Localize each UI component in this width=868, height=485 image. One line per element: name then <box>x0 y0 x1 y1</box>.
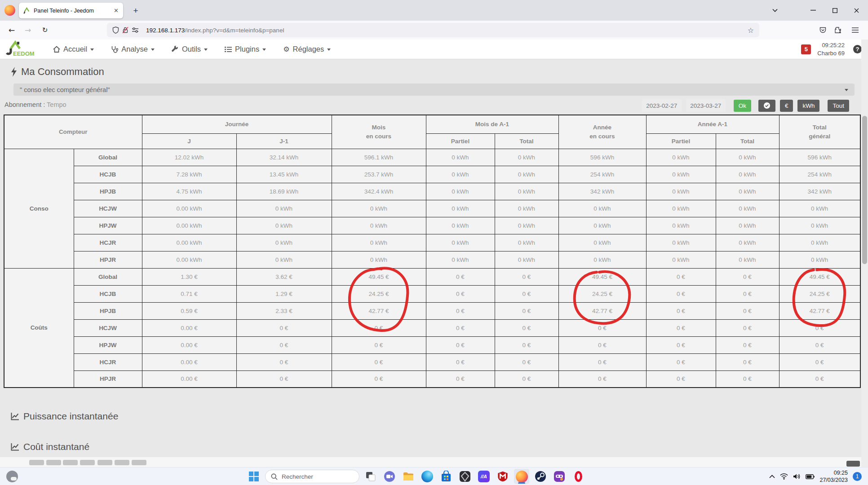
minimize-button[interactable] <box>803 0 823 21</box>
menu-outils[interactable]: Outils <box>172 45 208 53</box>
table-cell-value: 0 kWh <box>646 251 716 268</box>
date-from-input[interactable] <box>642 99 682 112</box>
menu-hamburger-icon[interactable] <box>848 24 862 36</box>
steam-icon[interactable] <box>533 469 548 484</box>
list-tabs-icon[interactable] <box>765 0 785 21</box>
header-mois-en-cours: Mois en cours <box>332 115 426 149</box>
tray-chevron-icon[interactable] <box>769 475 775 478</box>
menu-reglages[interactable]: ⚙ Réglages <box>283 45 331 53</box>
file-explorer-icon[interactable] <box>401 469 416 484</box>
table-cell-value: 0 € <box>332 336 426 353</box>
table-cell-value: 0 kWh <box>558 251 646 268</box>
table-cell-value: 0.00 € <box>142 353 236 370</box>
table-cell-value: 12.02 kWh <box>142 149 236 166</box>
period-pill[interactable] <box>115 460 129 465</box>
tray-time: 09:25 <box>819 469 848 476</box>
jeedom-navbar: EEDOM Accueil Analyse <box>0 40 868 59</box>
menu-plugins[interactable]: Plugins <box>225 45 266 53</box>
table-row: HCJW0.00 €0 €0 €0 €0 €0 €0 €0 €0 € <box>4 319 860 336</box>
battery-icon[interactable] <box>806 474 815 479</box>
table-row: HCJR0.00 €0 €0 €0 €0 €0 €0 €0 €0 € <box>4 353 860 370</box>
task-view-icon[interactable] <box>363 469 378 484</box>
reload-icon[interactable]: ↻ <box>39 24 51 36</box>
caret-down-icon <box>90 48 94 51</box>
row-label: HCJW <box>74 319 142 336</box>
header-total-general: Total général <box>779 115 860 149</box>
forward-icon[interactable]: → <box>22 24 34 36</box>
mcafee-icon[interactable] <box>495 469 510 484</box>
validate-button[interactable] <box>758 100 775 112</box>
table-cell-value: 0 € <box>495 268 558 285</box>
table-cell-value: 0 kWh <box>558 200 646 217</box>
power-section-header[interactable]: Puissance instantanée <box>11 411 118 422</box>
table-cell-value: 0 € <box>716 319 779 336</box>
maximize-button[interactable] <box>825 0 845 21</box>
table-cell-value: 0 € <box>426 268 495 285</box>
pocket-icon[interactable] <box>816 24 829 36</box>
menu-analyse[interactable]: Analyse <box>111 45 155 53</box>
help-icon[interactable]: ? <box>853 45 862 53</box>
table-row: HPJR0.00 kWh0 kWh0 kWh0 kWh0 kWh0 kWh0 k… <box>4 251 860 268</box>
table-cell-value: 0 € <box>779 370 860 388</box>
table-row: HPJB4.75 kWh18.69 kWh342.4 kWh0 kWh0 kWh… <box>4 183 860 200</box>
period-pill[interactable] <box>97 460 112 465</box>
lock-slash-icon[interactable] <box>122 26 129 34</box>
purple-app-icon[interactable] <box>552 469 567 484</box>
table-row: CoûtsGlobal1.30 €3.62 €49.45 €0 €0 €49.4… <box>4 268 860 285</box>
slash-a-app-icon[interactable]: //A <box>476 469 492 484</box>
wifi-icon[interactable] <box>780 473 788 480</box>
volume-icon[interactable] <box>793 473 801 480</box>
microsoft-store-icon[interactable] <box>438 469 454 484</box>
browser-tab[interactable]: Panel Teleinfo - Jeedom ✕ <box>19 3 123 18</box>
period-pill[interactable] <box>63 460 78 465</box>
extensions-puzzle-icon[interactable] <box>831 24 845 36</box>
tout-button[interactable]: Tout <box>828 100 849 112</box>
taskbar-search[interactable]: Rechercher <box>265 470 359 483</box>
page-scrollbar[interactable] <box>861 40 868 467</box>
new-tab-button[interactable]: + <box>129 4 142 17</box>
table-cell-value: 49.45 € <box>558 268 646 285</box>
start-button-icon[interactable] <box>246 469 261 484</box>
corner-button[interactable] <box>846 461 860 467</box>
list-icon <box>225 46 232 53</box>
equipment-selector[interactable]: " conso elec compteur général" <box>13 84 855 96</box>
menu-label: Plugins <box>235 45 259 53</box>
url-field[interactable]: 192.168.1.173/index.php?v=d&m=teleinfo&p… <box>107 23 759 37</box>
jeedom-logo[interactable]: EEDOM <box>4 40 35 57</box>
close-tab-icon[interactable]: ✕ <box>114 7 119 14</box>
epic-games-icon[interactable] <box>457 469 473 484</box>
page-title: Ma Consommation <box>11 66 104 78</box>
notification-badge[interactable]: 5 <box>801 44 811 54</box>
period-pill[interactable] <box>80 460 95 465</box>
table-cell-value: 0 kWh <box>646 166 716 183</box>
weather-widget-icon[interactable] <box>6 471 18 482</box>
edge-icon[interactable] <box>420 469 435 484</box>
table-cell-value: 0 € <box>716 285 779 302</box>
euro-button[interactable]: € <box>780 100 793 112</box>
bottom-strip <box>0 457 861 467</box>
permissions-icon[interactable] <box>132 27 139 33</box>
tray-clock[interactable]: 09:25 27/03/2023 <box>819 469 848 484</box>
scrollbar-thumb[interactable] <box>862 116 867 264</box>
period-pill[interactable] <box>132 460 146 465</box>
close-window-button[interactable] <box>846 0 866 21</box>
consumption-table: Compteur Journée Mois en cours Mois de A… <box>4 115 861 388</box>
date-to-input[interactable] <box>686 99 726 112</box>
shield-icon[interactable] <box>112 26 119 34</box>
cost-section-header[interactable]: Coût instantané <box>11 441 89 452</box>
chat-icon[interactable] <box>382 469 397 484</box>
menu-accueil[interactable]: Accueil <box>53 45 94 53</box>
table-cell-value: 42.77 € <box>558 302 646 319</box>
back-icon[interactable]: ← <box>5 24 18 36</box>
period-pill[interactable] <box>29 460 44 465</box>
period-pill[interactable] <box>46 460 61 465</box>
navbar-user[interactable]: Charbo 69 <box>817 49 845 57</box>
bookmark-star-icon[interactable]: ☆ <box>748 26 754 35</box>
ok-button[interactable]: Ok <box>734 100 751 112</box>
tray-badge[interactable]: 1 <box>853 472 862 481</box>
firefox-logo-icon[interactable] <box>4 5 15 16</box>
opera-icon[interactable] <box>571 469 586 484</box>
kwh-button[interactable]: kWh <box>797 100 819 112</box>
firefox-taskbar-icon[interactable] <box>514 469 529 484</box>
header-partiel: Partiel <box>646 133 716 149</box>
